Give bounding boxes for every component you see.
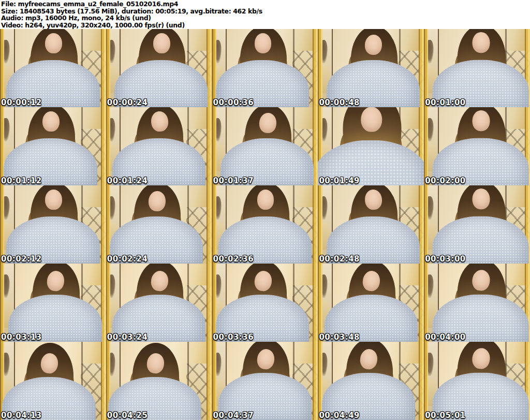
video-frame-thumbnail: 00:04:49 <box>318 342 424 420</box>
timestamp-label: 00:00:24 <box>107 98 148 107</box>
person-placeholder <box>320 185 424 264</box>
video-frame-thumbnail: 00:04:13 <box>0 342 106 420</box>
video-frame-thumbnail: 00:02:48 <box>318 185 424 264</box>
video-frame-thumbnail: 00:01:24 <box>106 107 212 185</box>
timestamp-label: 00:03:36 <box>213 333 254 342</box>
video-frame-thumbnail: 00:00:48 <box>318 29 424 107</box>
timestamp-label: 00:01:00 <box>425 98 466 107</box>
face-shape <box>257 190 274 210</box>
person-placeholder <box>318 107 424 185</box>
timestamp-label: 00:00:36 <box>213 98 254 107</box>
video-frame-thumbnail: 00:03:48 <box>318 264 424 342</box>
video-info-line: Video: h264, yuv420p, 320x240, 1000.00 f… <box>1 22 530 29</box>
timestamp-label: 00:04:13 <box>1 411 42 420</box>
timestamp-label: 00:02:12 <box>1 255 42 264</box>
person-placeholder <box>214 107 318 185</box>
timestamp-label: 00:03:13 <box>1 333 42 342</box>
video-frame-thumbnail: 00:02:24 <box>106 185 212 264</box>
face-shape <box>153 33 170 53</box>
person-placeholder <box>318 342 421 420</box>
timestamp-label: 00:02:00 <box>425 177 466 185</box>
face-shape <box>255 33 272 53</box>
video-frame-thumbnail: 00:04:00 <box>424 264 530 342</box>
video-frame-thumbnail: 00:05:01 <box>424 342 530 420</box>
person-placeholder <box>426 29 530 107</box>
person-placeholder <box>0 29 106 107</box>
person-placeholder <box>426 185 530 264</box>
timestamp-label: 00:00:48 <box>319 98 360 107</box>
face-shape <box>473 189 490 209</box>
person-placeholder <box>2 264 106 342</box>
person-placeholder <box>212 342 318 420</box>
person-placeholder <box>106 185 210 264</box>
face-shape <box>45 190 62 210</box>
person-placeholder <box>320 29 424 107</box>
video-frame-thumbnail: 00:02:36 <box>212 185 318 264</box>
timestamp-label: 00:01:12 <box>1 177 42 185</box>
video-frame-thumbnail: 00:01:12 <box>0 107 106 185</box>
person-placeholder <box>426 107 530 185</box>
person-placeholder <box>108 29 212 107</box>
video-frame-thumbnail: 00:03:36 <box>212 264 318 342</box>
person-placeholder <box>212 264 316 342</box>
video-frame-thumbnail: 00:01:49 <box>318 107 424 185</box>
video-frame-thumbnail: 00:03:13 <box>0 264 106 342</box>
timestamp-label: 00:04:00 <box>425 333 466 342</box>
person-placeholder <box>0 185 106 264</box>
timestamp-label: 00:02:24 <box>107 255 148 264</box>
face-shape <box>45 33 62 53</box>
timestamp-label: 00:00:12 <box>1 98 42 107</box>
face-shape <box>42 111 60 132</box>
timestamp-label: 00:03:00 <box>425 255 466 264</box>
video-frame-thumbnail: 00:02:12 <box>0 185 106 264</box>
file-name-line: File: myfreecams_emma_u2_female_05102016… <box>1 1 530 8</box>
video-frame-thumbnail: 00:02:00 <box>424 107 530 185</box>
video-frame-thumbnail: 00:04:25 <box>106 342 212 420</box>
face-shape <box>473 32 490 53</box>
person-placeholder <box>318 264 424 342</box>
person-placeholder <box>426 264 530 342</box>
person-placeholder <box>106 346 208 420</box>
person-placeholder <box>106 107 212 185</box>
person-placeholder <box>212 185 318 264</box>
timestamp-label: 00:02:48 <box>319 255 360 264</box>
video-frame-thumbnail: 00:00:12 <box>0 29 106 107</box>
timestamp-label: 00:01:49 <box>319 177 360 185</box>
timestamp-label: 00:04:37 <box>213 411 254 420</box>
file-size-line: Size: 18408543 bytes (17.56 MiB), durati… <box>1 8 530 15</box>
person-placeholder <box>0 107 104 185</box>
video-frame-thumbnail: 00:00:24 <box>106 29 212 107</box>
timestamp-label: 00:01:24 <box>107 177 148 185</box>
timestamp-label: 00:04:25 <box>107 411 148 420</box>
audio-info-line: Audio: mp3, 16000 Hz, mono, 24 kb/s (und… <box>1 15 530 22</box>
person-placeholder <box>0 346 102 420</box>
timestamp-label: 00:02:36 <box>213 255 254 264</box>
person-placeholder <box>106 264 212 342</box>
person-placeholder <box>212 29 316 107</box>
video-contact-sheet: File: myfreecams_emma_u2_female_05102016… <box>0 0 530 420</box>
video-frame-thumbnail: 00:00:36 <box>212 29 318 107</box>
timestamp-label: 00:03:24 <box>107 333 148 342</box>
file-metadata-header: File: myfreecams_emma_u2_female_05102016… <box>0 0 530 29</box>
timestamp-label: 00:03:48 <box>319 333 360 342</box>
video-frame-thumbnail: 00:01:00 <box>424 29 530 107</box>
face-shape <box>361 107 382 132</box>
timestamp-label: 00:05:01 <box>425 411 466 420</box>
video-frame-thumbnail: 00:04:37 <box>212 342 318 420</box>
video-frame-thumbnail: 00:03:00 <box>424 185 530 264</box>
thumbnail-grid: 00:00:12 00:00:24 <box>0 29 530 420</box>
video-frame-thumbnail: 00:01:37 <box>212 107 318 185</box>
face-shape <box>473 110 490 131</box>
timestamp-label: 00:01:37 <box>213 177 254 185</box>
person-placeholder <box>426 342 530 420</box>
timestamp-label: 00:04:49 <box>319 411 360 420</box>
video-frame-thumbnail: 00:03:24 <box>106 264 212 342</box>
